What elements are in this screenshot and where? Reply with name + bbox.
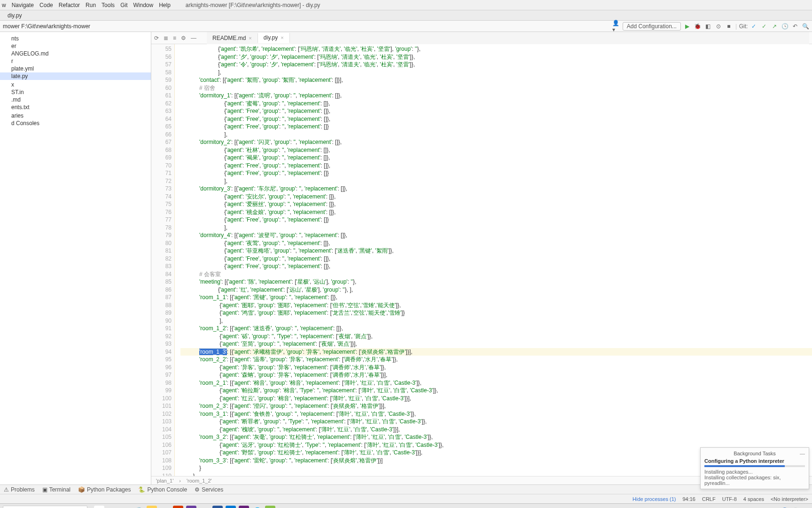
project-tree[interactable]: ntserANGELOG.mdrplate.ymllate.pyxST.in.m… [0, 32, 151, 484]
update-icon[interactable]: ✓ [750, 23, 757, 30]
stop-icon[interactable]: ■ [725, 23, 733, 30]
menu-item[interactable]: Code [39, 2, 53, 8]
run-icon[interactable]: ▶ [684, 23, 691, 30]
task-line: Installing packages... [704, 469, 805, 475]
tree-node[interactable]: d Consoles [0, 119, 151, 127]
tool-window-python-console[interactable]: 🐍 Python Console [138, 486, 187, 493]
minimize-icon[interactable]: — [800, 451, 805, 456]
toolbar-icon[interactable]: ⟳ [154, 35, 159, 41]
rollback-icon[interactable]: ↶ [791, 23, 799, 30]
line-separator[interactable]: CRLF [702, 496, 716, 502]
indent-setting[interactable]: 4 spaces [743, 496, 764, 502]
settings-icon[interactable]: ⚙ [181, 35, 186, 41]
tree-node[interactable]: ents.txt [0, 103, 151, 111]
tree-node[interactable]: ST.in [0, 88, 151, 96]
interpreter-indicator[interactable]: <No interpreter> [771, 496, 808, 502]
coverage-icon[interactable]: ◧ [704, 23, 712, 30]
tree-node[interactable]: r [0, 57, 151, 65]
debug-icon[interactable]: 🐞 [694, 23, 702, 30]
file-tab-bar: diy.py [0, 10, 812, 21]
collapse-icon[interactable]: — [191, 35, 196, 41]
profile-icon[interactable]: ⊙ [715, 23, 722, 30]
menu-item[interactable]: Tools [102, 2, 115, 8]
toolbar-icon[interactable]: ≡ [173, 35, 176, 41]
tree-node[interactable]: .md [0, 96, 151, 103]
progress-bar [704, 465, 805, 467]
background-tasks-panel: Background Tasks— Configuring a Python i… [700, 447, 809, 489]
tree-node[interactable]: x [0, 81, 151, 88]
code-content[interactable]: {'agent': '凯尔希', 'replacement': ['玛恩纳', … [175, 44, 812, 476]
windows-taskbar: to search ○ 🗔 ◆ 🕓 📁 ✉ P N ◧ W {} V 🌐 ⬒ ⬢… [0, 503, 812, 508]
git-icon[interactable]: Git: [740, 23, 747, 30]
caret-position: 94:16 [682, 496, 695, 502]
tool-window-bar: ⚠ Problems ▣ Terminal 📦 Python Packages … [0, 484, 812, 494]
task-line: Installing collected packages: six, pyre… [704, 475, 805, 486]
file-tab[interactable]: diy.py [3, 11, 26, 20]
menu-item[interactable]: Git [120, 2, 127, 8]
search-icon[interactable]: 🔍 [802, 23, 809, 30]
window-title: arknights-mower [F:\Git\new\arknights-mo… [186, 2, 320, 8]
tree-node[interactable]: aries [0, 112, 151, 119]
file-encoding[interactable]: UTF-8 [722, 496, 737, 502]
history-icon[interactable]: 🕓 [781, 23, 789, 30]
tree-node[interactable]: late.py [0, 72, 151, 80]
tool-window-services[interactable]: ⚙ Services [195, 486, 223, 493]
status-bar: Hide processes (1) 94:16 CRLF UTF-8 4 sp… [0, 494, 812, 503]
menu-item[interactable]: w [2, 2, 6, 8]
toolbar-icon[interactable]: ≣ [164, 35, 168, 41]
tree-node[interactable]: ANGELOG.md [0, 50, 151, 57]
editor-tab-diy[interactable]: diy.py× [258, 33, 290, 43]
menu-bar: w Navigate Code Refactor Run Tools Git W… [0, 0, 812, 10]
add-configuration-button[interactable]: Add Configuration... [623, 22, 681, 31]
line-gutter: 5556575859606162636465666768697071727374… [151, 44, 175, 476]
project-sidebar: ntserANGELOG.mdrplate.ymllate.pyxST.in.m… [0, 32, 151, 484]
close-icon[interactable]: × [249, 35, 251, 41]
tool-window-python-packages[interactable]: 📦 Python Packages [78, 486, 131, 493]
tool-window-problems[interactable]: ⚠ Problems [4, 486, 35, 493]
breadcrumb[interactable]: mower F:\Git\new\arknights-mower [3, 23, 90, 30]
menu-item[interactable]: Window [133, 2, 153, 8]
editor-tab-readme[interactable]: README.md× [207, 33, 258, 43]
close-icon[interactable]: × [281, 35, 283, 40]
commit-icon[interactable]: ✓ [760, 23, 768, 30]
tool-window-terminal[interactable]: ▣ Terminal [42, 486, 70, 493]
panel-title: Background Tasks [734, 451, 776, 456]
menu-item[interactable]: Navigate [12, 2, 34, 8]
menu-item[interactable]: Refactor [59, 2, 80, 8]
windows-search[interactable]: to search [3, 506, 87, 508]
hide-processes-link[interactable]: Hide processes (1) [632, 496, 676, 502]
task-title: Configuring a Python interpreter [704, 458, 805, 464]
tree-node[interactable]: nts [0, 35, 151, 42]
tree-node[interactable]: plate.yml [0, 65, 151, 72]
taskbar-icons[interactable]: ○ 🗔 ◆ 🕓 📁 ✉ P N ◧ W {} V 🌐 ⬒ ⬢ Σ ▦ ◎ ⬣ ☷… [94, 506, 367, 508]
navigation-toolbar: mower F:\Git\new\arknights-mower 👤▾ Add … [0, 21, 812, 32]
editor: ⟳ ≣ ≡ ⚙ — README.md× diy.py× 55565758596… [151, 32, 812, 484]
menu-item[interactable]: Help [159, 2, 171, 8]
user-icon[interactable]: 👤▾ [612, 23, 620, 30]
push-icon[interactable]: ↗ [771, 23, 778, 30]
tree-node[interactable]: er [0, 42, 151, 50]
menu-item[interactable]: Run [86, 2, 96, 8]
